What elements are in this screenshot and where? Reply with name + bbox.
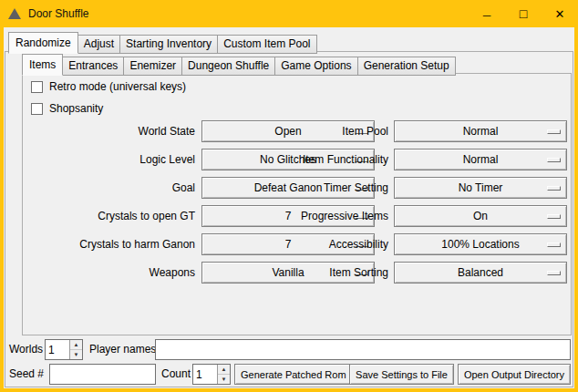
tab-enemizer[interactable]: Enemizer [123, 57, 182, 76]
setting-row: Goal Defeat Ganon Timer Setting No Timer [23, 177, 571, 199]
app-icon [8, 8, 21, 19]
tab-dungeon-shuffle[interactable]: Dungeon Shuffle [181, 57, 275, 76]
minimize-button[interactable]: ─ [469, 0, 505, 27]
worlds-row: Worlds ▲ ▼ Player names [7, 339, 571, 360]
inner-tab-bar: Items Entrances Enemizer Dungeon Shuffle… [22, 54, 456, 75]
seed-input[interactable] [49, 364, 156, 385]
setting-row: World State Open Item Pool Normal [23, 120, 571, 142]
dropdown-indicator-icon [547, 158, 561, 162]
randomize-pane: Items Entrances Enemizer Dungeon Shuffle… [5, 51, 573, 387]
setting-label: Item Pool [251, 120, 388, 142]
dropdown-indicator-icon [547, 214, 561, 219]
setting-label: Progressive Items [251, 205, 388, 227]
checkbox-icon [31, 103, 43, 115]
maximize-icon: □ [520, 7, 527, 20]
checkbox-icon [31, 81, 43, 93]
spin-up-icon[interactable]: ▲ [218, 365, 230, 374]
dropdown-value: Normal [395, 150, 566, 170]
tab-adjust[interactable]: Adjust [77, 35, 120, 54]
setting-label: Logic Level [23, 149, 195, 170]
dialog-body: Randomize Adjust Starting Inventory Cust… [4, 27, 574, 388]
tab-items[interactable]: Items [22, 54, 63, 76]
tab-entrances[interactable]: Entrances [62, 57, 124, 76]
close-button[interactable]: ✕ [542, 0, 578, 27]
item-functionality-dropdown[interactable]: Normal [394, 149, 567, 170]
timer-setting-dropdown[interactable]: No Timer [394, 177, 567, 199]
item-sorting-dropdown[interactable]: Balanced [394, 262, 567, 284]
save-settings-button[interactable]: Save Settings to File [349, 364, 454, 385]
dropdown-indicator-icon [547, 186, 561, 191]
count-label: Count [161, 364, 191, 385]
close-icon: ✕ [555, 8, 565, 20]
checkbox-label: Retro mode (universal keys) [49, 80, 186, 93]
tab-generation-setup[interactable]: Generation Setup [357, 57, 456, 76]
setting-label: Accessibility [251, 233, 388, 255]
tab-randomize[interactable]: Randomize [8, 32, 78, 54]
player-names-label: Player names [89, 339, 156, 360]
count-spinner[interactable]: ▲ ▼ [192, 364, 231, 385]
setting-label: Weapons [23, 262, 195, 284]
setting-row: Crystals to harm Ganon 7 Accessibility 1… [23, 233, 571, 255]
setting-label: Item Sorting [251, 262, 388, 284]
seed-row: Seed # Count ▲ ▼ Generate Patched Rom Sa… [7, 364, 571, 385]
dropdown-value: 100% Locations [395, 234, 566, 254]
window-title: Door Shuffle [28, 7, 89, 20]
setting-row: Logic Level No Glitches Item Functionali… [23, 149, 571, 170]
setting-label: Timer Setting [251, 177, 388, 199]
setting-label: Goal [23, 177, 195, 199]
spin-down-icon[interactable]: ▼ [218, 374, 230, 384]
item-pool-dropdown[interactable]: Normal [394, 120, 567, 142]
generate-patched-rom-button[interactable]: Generate Patched Rom [234, 364, 353, 385]
dropdown-value: On [395, 206, 566, 226]
minimize-icon: ─ [483, 10, 491, 21]
checkbox-label: Shopsanity [49, 102, 103, 115]
setting-label: World State [23, 120, 195, 142]
worlds-label: Worlds [9, 339, 43, 360]
tab-game-options[interactable]: Game Options [274, 57, 357, 76]
spinner-arrows: ▲ ▼ [217, 365, 230, 384]
shopsanity-checkbox[interactable]: Shopsanity [31, 100, 103, 117]
setting-label: Item Functionality [251, 149, 388, 170]
dropdown-value: No Timer [395, 178, 566, 198]
tab-starting-inventory[interactable]: Starting Inventory [119, 35, 218, 54]
dropdown-indicator-icon [547, 129, 561, 134]
worlds-input[interactable] [46, 340, 69, 359]
retro-mode-checkbox[interactable]: Retro mode (universal keys) [31, 78, 186, 95]
maximize-button[interactable]: □ [505, 0, 542, 27]
dropdown-value: Balanced [395, 263, 566, 283]
dropdown-indicator-icon [547, 271, 561, 275]
bottom-right-buttons: Save Settings to File Open Output Direct… [349, 364, 571, 385]
open-output-directory-button[interactable]: Open Output Directory [458, 364, 571, 385]
setting-row: Weapons Vanilla Item Sorting Balanced [23, 262, 571, 284]
worlds-spinner[interactable]: ▲ ▼ [45, 339, 83, 360]
count-input[interactable] [193, 365, 217, 384]
door-shuffle-window: Door Shuffle ─ □ ✕ Randomize Adjust Star… [0, 0, 578, 392]
setting-row: Crystals to open GT 7 Progressive Items … [23, 205, 571, 227]
window-controls: ─ □ ✕ [469, 0, 578, 27]
titlebar[interactable]: Door Shuffle ─ □ ✕ [0, 0, 578, 27]
player-names-input[interactable] [155, 339, 571, 360]
accessibility-dropdown[interactable]: 100% Locations [394, 233, 567, 255]
setting-label: Crystals to open GT [23, 205, 195, 227]
seed-label: Seed # [9, 364, 44, 385]
dropdown-value: Normal [395, 121, 566, 141]
outer-tab-bar: Randomize Adjust Starting Inventory Cust… [8, 32, 317, 53]
spin-down-icon[interactable]: ▼ [70, 349, 82, 359]
items-pane: Retro mode (universal keys) Shopsanity W… [22, 73, 572, 335]
tab-custom-item-pool[interactable]: Custom Item Pool [217, 35, 316, 54]
progressive-items-dropdown[interactable]: On [394, 205, 567, 227]
setting-label: Crystals to harm Ganon [23, 233, 195, 255]
dropdown-indicator-icon [547, 242, 561, 247]
spin-up-icon[interactable]: ▲ [70, 340, 82, 349]
spinner-arrows: ▲ ▼ [69, 340, 82, 359]
